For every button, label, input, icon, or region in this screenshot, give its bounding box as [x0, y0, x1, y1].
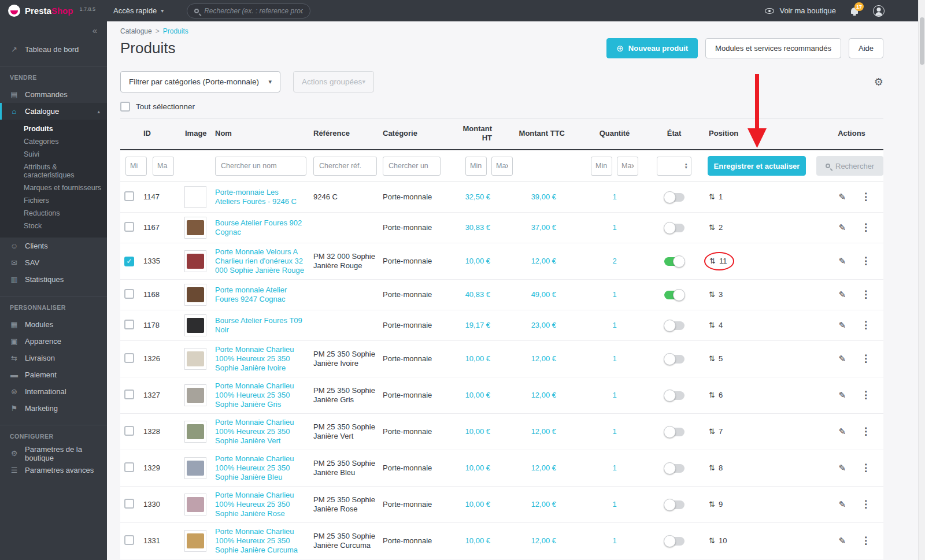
sidebar-item-apparence[interactable]: ▣Apparence — [0, 333, 107, 350]
price-ht[interactable]: 10,00 € — [460, 463, 518, 473]
status-toggle[interactable] — [664, 500, 684, 509]
product-name-link[interactable]: Porte Monnaie Velours A Charlieu rien d'… — [215, 247, 304, 275]
sidebar-item-commandes[interactable]: ▤Commandes — [0, 86, 107, 103]
sidebar-subitem-categories[interactable]: Categories — [0, 135, 107, 148]
price-ttc[interactable]: 49,00 € — [518, 290, 583, 299]
status-toggle[interactable] — [664, 537, 684, 546]
quantity-value[interactable]: 2 — [583, 257, 646, 266]
status-toggle[interactable] — [664, 321, 684, 330]
sidebar-item-parametres-de-la-boutique[interactable]: ⚙Parametres de la boutique — [0, 445, 107, 462]
sidebar-subitem-marques-et-fournisseurs[interactable]: Marques et fournisseurs — [0, 181, 107, 194]
column-header-id[interactable]: ID — [138, 129, 182, 138]
position-handle[interactable]: ⇅1 — [709, 192, 723, 202]
position-handle[interactable]: ⇅10 — [709, 536, 727, 546]
sidebar-item-parametres-avances[interactable]: ☰Parametres avances — [0, 462, 107, 479]
sidebar-item-livraison[interactable]: ⇆Livraison — [0, 350, 107, 366]
edit-pencil-icon[interactable]: ✎ — [838, 192, 846, 202]
sidebar-subitem-attributs-caracteristiques[interactable]: Attributs & caracteristiques — [0, 161, 107, 181]
position-handle[interactable]: ⇅9 — [709, 500, 723, 509]
breadcrumb-produits[interactable]: Produits — [163, 27, 188, 35]
sidebar-item-sav[interactable]: ✉SAV — [0, 254, 107, 271]
more-actions-icon[interactable]: ⋮ — [861, 354, 871, 364]
edit-pencil-icon[interactable]: ✎ — [838, 391, 846, 400]
help-button[interactable]: Aide — [849, 38, 883, 58]
row-checkbox[interactable] — [124, 535, 134, 545]
sidebar-item-modules[interactable]: ▦Modules — [0, 316, 107, 333]
filter-reference-input[interactable] — [313, 157, 377, 176]
status-toggle[interactable] — [664, 391, 684, 400]
more-actions-icon[interactable]: ⋮ — [861, 391, 871, 400]
notifications-button[interactable]: 17 — [851, 8, 858, 14]
price-ht[interactable]: 10,00 € — [460, 354, 518, 364]
filter-qty-min-input[interactable] — [591, 157, 612, 176]
price-ht[interactable]: 10,00 € — [460, 427, 518, 436]
filter-price-max-input[interactable] — [491, 157, 513, 176]
price-ttc[interactable]: 12,00 € — [518, 463, 583, 473]
product-name-link[interactable]: Bourse Atelier Foures T09 Noir — [215, 316, 302, 334]
product-name-link[interactable]: Porte monnaie Atelier Foures 9247 Cognac — [215, 285, 287, 303]
product-name-link[interactable]: Porte Monnaie Charlieu 100% Heureux 25 3… — [215, 527, 298, 554]
price-ht[interactable]: 10,00 € — [460, 391, 518, 400]
sidebar-subitem-reductions[interactable]: Reductions — [0, 207, 107, 220]
sidebar-subitem-fichiers[interactable]: Fichiers — [0, 194, 107, 207]
new-product-button[interactable]: ⊕ Nouveau produit — [606, 38, 698, 58]
more-actions-icon[interactable]: ⋮ — [861, 463, 871, 473]
view-shop-link[interactable]: Voir ma boutique — [765, 6, 836, 15]
status-toggle[interactable] — [664, 355, 684, 364]
more-actions-icon[interactable]: ⋮ — [861, 536, 871, 546]
row-checkbox[interactable] — [124, 320, 134, 329]
position-handle[interactable]: ⇅6 — [709, 391, 723, 400]
price-ht[interactable]: 10,00 € — [460, 500, 518, 509]
row-checkbox[interactable] — [124, 426, 134, 436]
price-ht[interactable]: 10,00 € — [460, 257, 518, 266]
product-name-link[interactable]: Porte Monnaie Charlieu 100% Heureux 25 3… — [215, 454, 294, 481]
quantity-value[interactable]: 1 — [583, 354, 646, 364]
sidebar-item-international[interactable]: ⊚International — [0, 383, 107, 400]
status-toggle[interactable] — [664, 224, 684, 232]
position-handle[interactable]: ⇅3 — [709, 290, 723, 299]
quick-access-dropdown[interactable]: Accès rapide ▾ — [113, 6, 164, 15]
more-actions-icon[interactable]: ⋮ — [861, 192, 871, 202]
more-actions-icon[interactable]: ⋮ — [861, 500, 871, 509]
column-header-montant-ht[interactable]: Montant HT — [460, 124, 518, 143]
row-checkbox[interactable] — [124, 289, 134, 299]
column-header-quantit[interactable]: Quantité — [583, 129, 646, 138]
more-actions-icon[interactable]: ⋮ — [861, 223, 871, 232]
sidebar-item-statistiques[interactable]: ▥Statistiques — [0, 271, 107, 288]
status-toggle[interactable] — [664, 193, 684, 202]
quantity-value[interactable]: 1 — [583, 192, 646, 202]
save-and-refresh-button[interactable]: Enregistrer et actualiser — [708, 156, 806, 176]
status-toggle[interactable] — [664, 257, 684, 266]
price-ttc[interactable]: 37,00 € — [518, 223, 583, 232]
row-checkbox[interactable] — [124, 462, 134, 472]
more-actions-icon[interactable]: ⋮ — [861, 321, 871, 330]
row-checkbox[interactable] — [124, 191, 134, 201]
column-header-r-f-rence[interactable]: Référence — [313, 129, 383, 138]
column-header-actions[interactable]: Actions — [809, 129, 883, 138]
account-avatar[interactable] — [873, 5, 885, 17]
status-toggle[interactable] — [664, 464, 684, 473]
product-name-link[interactable]: Bourse Atelier Foures 902 Cognac — [215, 218, 302, 236]
position-handle[interactable]: ⇅8 — [709, 463, 723, 473]
filter-id-min-input[interactable] — [125, 157, 147, 176]
quantity-value[interactable]: 1 — [583, 463, 646, 473]
settings-gear-icon[interactable]: ⚙ — [874, 76, 883, 88]
select-all-checkbox[interactable] — [120, 102, 130, 112]
filter-price-min-input[interactable] — [465, 157, 487, 176]
quantity-value[interactable]: 1 — [583, 321, 646, 330]
sidebar-subitem-suivi[interactable]: Suivi — [0, 148, 107, 161]
edit-pencil-icon[interactable]: ✎ — [838, 427, 846, 436]
search-button[interactable]: Rechercher — [816, 156, 883, 176]
status-toggle[interactable] — [664, 428, 684, 436]
row-checkbox[interactable] — [124, 499, 134, 509]
product-name-link[interactable]: Porte-monnaie Les Ateliers Fourès - 9246… — [215, 188, 297, 206]
modules-services-button[interactable]: Modules et services recommandés — [705, 38, 841, 58]
edit-pencil-icon[interactable]: ✎ — [838, 257, 846, 266]
sidebar-item-tableau-de-bord[interactable]: ↗ Tableau de bord — [0, 41, 107, 58]
price-ttc[interactable]: 12,00 € — [518, 536, 583, 546]
prestashop-logo[interactable]: PrestaShop 1.7.8.5 — [0, 5, 104, 17]
row-checkbox[interactable] — [124, 222, 134, 232]
product-name-link[interactable]: Porte Monnaie Charlieu 100% Heureux 25 3… — [215, 345, 294, 372]
filter-qty-max-input[interactable] — [617, 157, 638, 176]
price-ttc[interactable]: 12,00 € — [518, 257, 583, 266]
